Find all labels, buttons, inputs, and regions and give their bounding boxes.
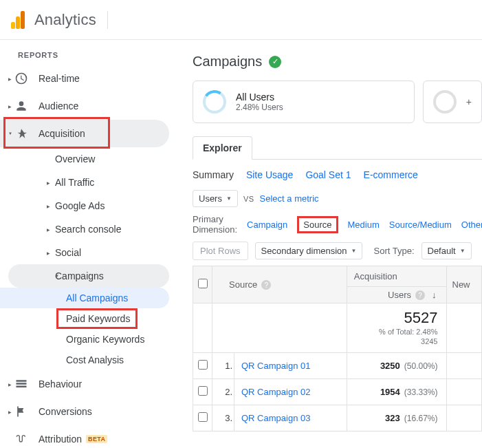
subtab-site-usage[interactable]: Site Usage bbox=[246, 169, 293, 180]
secondary-dimension-select[interactable]: Secondary dimension ▼ bbox=[255, 242, 363, 259]
beta-badge: BETA bbox=[86, 435, 107, 443]
sidebar-sub-all-traffic[interactable]: ▶All Traffic bbox=[0, 171, 169, 194]
sidebar: REPORTS ▶ Real-time ▶ Audience ▼ Acquisi… bbox=[0, 40, 179, 448]
dim-source[interactable]: Source bbox=[297, 216, 338, 233]
sidebar-label: Acquisition bbox=[39, 128, 85, 139]
segment-card[interactable]: All Users 2.48% Users bbox=[193, 81, 415, 123]
verified-icon: ✓ bbox=[269, 56, 281, 68]
row-users-pct: (33.33%) bbox=[404, 387, 438, 397]
sidebar-item-behaviour[interactable]: ▶ Behaviour bbox=[0, 370, 169, 398]
reports-section-label: REPORTS bbox=[0, 47, 179, 65]
sidebar-label: Attribution bbox=[39, 434, 82, 445]
chevron-down-icon: ▼ bbox=[351, 248, 357, 254]
add-segment-card[interactable]: + bbox=[423, 81, 482, 123]
vs-label: VS bbox=[243, 195, 254, 203]
sidebar-item-conversions[interactable]: ▶ Conversions bbox=[0, 398, 169, 425]
sidebar-item-realtime[interactable]: ▶ Real-time bbox=[0, 65, 169, 92]
col-new-users[interactable]: New bbox=[446, 266, 482, 303]
row-rank: 1. bbox=[212, 352, 234, 378]
sidebar-sub-social[interactable]: ▶Social bbox=[0, 241, 169, 264]
total-users-raw: 3245 bbox=[347, 337, 446, 346]
row-campaign-link[interactable]: QR Campaign 03 bbox=[241, 413, 310, 423]
row-users: 323 bbox=[385, 413, 400, 423]
col-source[interactable]: Source? bbox=[212, 266, 347, 303]
sort-type-label: Sort Type: bbox=[373, 246, 414, 256]
plus-icon: + bbox=[466, 96, 472, 107]
clock-icon bbox=[14, 71, 29, 86]
dim-source-medium[interactable]: Source/Medium bbox=[389, 220, 452, 230]
col-users[interactable]: Users?↓ bbox=[347, 287, 446, 303]
segment-subtitle: 2.48% Users bbox=[236, 103, 283, 112]
sidebar-item-attribution[interactable]: Attribution BETA bbox=[0, 425, 169, 448]
row-users-pct: (16.67%) bbox=[404, 414, 438, 423]
total-users: 5527 bbox=[347, 309, 446, 327]
primary-dimension-label: Primary Dimension: bbox=[193, 214, 237, 235]
page-title: Campaigns bbox=[193, 54, 262, 70]
analytics-logo-icon bbox=[11, 11, 25, 29]
sidebar-label: Real-time bbox=[39, 73, 80, 84]
row-rank: 2. bbox=[212, 378, 234, 405]
row-campaign-link[interactable]: QR Campaign 02 bbox=[241, 387, 310, 397]
main-content: Campaigns ✓ All Users 2.48% Users + Expl… bbox=[179, 40, 482, 448]
data-table: Source? Acquisition New Users?↓ 5527 % o… bbox=[193, 266, 482, 431]
sidebar-sub-all-campaigns[interactable]: All Campaigns bbox=[0, 288, 169, 308]
person-icon bbox=[14, 98, 29, 114]
tab-bar: Explorer bbox=[193, 136, 482, 160]
row-checkbox[interactable] bbox=[198, 412, 208, 422]
subtab-row: Summary Site Usage Goal Set 1 E-commerce bbox=[193, 160, 482, 190]
sidebar-sub-google-ads[interactable]: ▶Google Ads bbox=[0, 194, 169, 217]
acquisition-icon bbox=[14, 126, 29, 141]
dim-campaign[interactable]: Campaign bbox=[247, 220, 287, 230]
row-rank: 3. bbox=[212, 405, 234, 431]
sidebar-label: Conversions bbox=[39, 406, 92, 417]
segment-title: All Users bbox=[236, 92, 283, 103]
subtab-goal-set[interactable]: Goal Set 1 bbox=[305, 169, 351, 180]
sidebar-label: Audience bbox=[39, 100, 78, 111]
sidebar-sub-overview[interactable]: Overview bbox=[0, 147, 169, 171]
row-campaign-link[interactable]: QR Campaign 01 bbox=[241, 361, 310, 371]
tab-explorer[interactable]: Explorer bbox=[193, 136, 252, 160]
subtab-ecommerce[interactable]: E-commerce bbox=[364, 169, 418, 180]
sidebar-label: Behaviour bbox=[39, 378, 82, 390]
row-users: 3250 bbox=[380, 361, 400, 371]
row-checkbox[interactable] bbox=[198, 360, 208, 370]
metric-select[interactable]: Users ▼ bbox=[193, 190, 238, 207]
table-row: 2. QR Campaign 02 1954(33.33%) bbox=[193, 378, 482, 405]
row-users-pct: (50.00%) bbox=[404, 361, 438, 371]
sidebar-item-acquisition[interactable]: ▼ Acquisition bbox=[0, 120, 169, 147]
app-header: Analytics bbox=[0, 0, 482, 40]
select-metric-link[interactable]: Select a metric bbox=[260, 193, 319, 204]
attribution-icon bbox=[14, 431, 29, 447]
help-icon[interactable]: ? bbox=[261, 280, 271, 290]
sidebar-sub-cost-analysis[interactable]: Cost Analysis bbox=[0, 350, 169, 370]
sidebar-sub-search-console[interactable]: ▶Search console bbox=[0, 217, 169, 241]
sort-type-select[interactable]: Default ▼ bbox=[421, 242, 472, 259]
donut-icon bbox=[203, 90, 226, 114]
help-icon[interactable]: ? bbox=[415, 290, 425, 300]
flag-icon bbox=[14, 404, 29, 419]
total-users-pct: % of Total: 2.48% bbox=[347, 327, 446, 337]
subtab-summary[interactable]: Summary bbox=[193, 169, 234, 180]
sidebar-sub-campaigns[interactable]: ▼Campaigns bbox=[8, 264, 169, 288]
sort-desc-icon: ↓ bbox=[432, 290, 437, 300]
circle-icon bbox=[433, 90, 457, 114]
row-users: 1954 bbox=[380, 387, 400, 397]
select-all-checkbox[interactable] bbox=[198, 279, 208, 288]
col-group-acquisition: Acquisition bbox=[347, 266, 446, 287]
dim-medium[interactable]: Medium bbox=[348, 220, 380, 230]
chevron-down-icon: ▼ bbox=[460, 248, 465, 254]
sidebar-sub-paid-keywords[interactable]: Paid Keywords bbox=[0, 308, 169, 329]
table-row: 3. QR Campaign 03 323(16.67%) bbox=[193, 405, 482, 431]
app-title: Analytics bbox=[34, 11, 96, 29]
sidebar-item-audience[interactable]: ▶ Audience bbox=[0, 92, 169, 120]
chevron-down-icon: ▼ bbox=[226, 195, 232, 202]
dim-other[interactable]: Other▼ bbox=[461, 220, 482, 230]
row-checkbox[interactable] bbox=[198, 386, 208, 396]
table-row: 1. QR Campaign 01 3250(50.00%) bbox=[193, 352, 482, 378]
list-icon bbox=[14, 376, 29, 392]
sidebar-sub-organic-keywords[interactable]: Organic Keywords bbox=[0, 329, 169, 350]
plot-rows-button[interactable]: Plot Rows bbox=[193, 242, 248, 260]
